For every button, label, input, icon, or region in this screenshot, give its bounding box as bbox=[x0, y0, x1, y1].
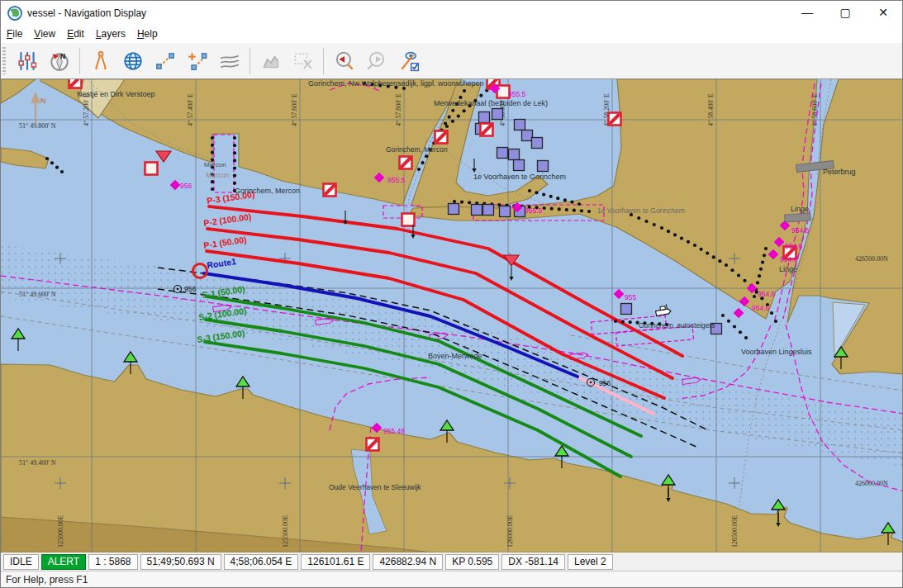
chart-label: Nestjé en Dirk Verstoep bbox=[77, 90, 155, 98]
profile-chart-button[interactable] bbox=[254, 46, 287, 76]
zoom-next-button[interactable] bbox=[360, 46, 392, 76]
pile-dot bbox=[753, 295, 756, 298]
lock-symbol bbox=[785, 213, 811, 222]
pile-dot bbox=[737, 273, 740, 277]
status-field-9: Level 2 bbox=[568, 554, 613, 570]
chart-label: 954.6 bbox=[791, 226, 810, 235]
chart-label: Gorinchem, autosteigers bbox=[639, 321, 715, 330]
measure-line-icon bbox=[154, 50, 176, 72]
pile-dot bbox=[733, 325, 736, 328]
meridian-label: 4° 57.400' E bbox=[187, 93, 194, 126]
menu-file[interactable]: File bbox=[1, 26, 28, 41]
pile-dot bbox=[693, 244, 696, 247]
display-settings-button[interactable] bbox=[11, 46, 43, 76]
minimize-button[interactable]: — bbox=[788, 1, 826, 25]
add-measure-button[interactable] bbox=[181, 46, 213, 76]
menu-bar: FileViewEditLayersHelp bbox=[1, 25, 902, 43]
berth-square-symbol bbox=[509, 149, 520, 160]
pile-dot bbox=[233, 144, 236, 147]
status-field-6: 426882.94 N bbox=[373, 554, 443, 570]
chart-label: Oude Veerhaven te Sleeuwijk bbox=[329, 483, 421, 491]
measure-line-button[interactable] bbox=[149, 46, 181, 76]
pile-dot bbox=[718, 259, 721, 263]
pile-dot bbox=[563, 198, 567, 202]
pile-dot bbox=[549, 195, 553, 198]
pile-dot bbox=[739, 330, 742, 334]
chart-label: Gorinchem, Nw Wolpherensedijk, ligpl. wo… bbox=[308, 79, 483, 88]
pile-dot bbox=[55, 166, 59, 169]
chart-label: 1e Voorhaven te Gorinchem bbox=[597, 206, 685, 215]
status-field-3: 51;49;50.693 N bbox=[140, 554, 221, 570]
notice-mark-symbol bbox=[435, 131, 448, 144]
pile-dot bbox=[445, 125, 449, 128]
chart-label: 1e Voorhaven te Gorinchem bbox=[473, 173, 566, 181]
notice-mark-symbol bbox=[402, 214, 415, 226]
menu-layers[interactable]: Layers bbox=[90, 26, 131, 41]
compass-north-button[interactable]: N bbox=[43, 46, 75, 76]
northing-label: 426500.00N bbox=[855, 255, 888, 263]
pile-dot bbox=[673, 233, 677, 236]
pile-dot bbox=[573, 209, 576, 212]
chart-label: 954.6 bbox=[758, 290, 776, 298]
help-bar: For Help, press F1 bbox=[1, 571, 902, 588]
pile-dot bbox=[761, 260, 764, 263]
toolbar-gripper[interactable] bbox=[2, 47, 6, 74]
pile-dot bbox=[451, 120, 454, 123]
pile-dot bbox=[725, 263, 728, 267]
dividers-button[interactable] bbox=[84, 46, 116, 76]
notice-mark-symbol bbox=[324, 184, 336, 197]
menu-help[interactable]: Help bbox=[131, 26, 164, 41]
pile-dot bbox=[706, 252, 709, 255]
zoom-previous-button[interactable] bbox=[328, 46, 360, 76]
status-field-5: 126101.61 E bbox=[301, 554, 370, 570]
meridian-label: 4° 57.200' E bbox=[83, 93, 90, 126]
pile-dot bbox=[233, 166, 236, 169]
edit-visibility-button[interactable] bbox=[392, 46, 425, 76]
pile-dot bbox=[660, 226, 663, 230]
pile-dot bbox=[417, 168, 421, 171]
pile-dot bbox=[528, 189, 531, 192]
pile-dot bbox=[580, 209, 583, 212]
menu-view[interactable]: View bbox=[28, 26, 61, 41]
pile-dot bbox=[425, 154, 428, 158]
pile-dot bbox=[463, 109, 466, 112]
pile-dot bbox=[211, 136, 214, 140]
globe-button[interactable] bbox=[116, 46, 149, 76]
maximize-button[interactable]: ▢ bbox=[826, 1, 864, 25]
pile-dot bbox=[60, 170, 64, 173]
pile-dot bbox=[759, 268, 763, 271]
status-bar: IDLEALERT1 : 586851;49;50.693 N4;58;06.0… bbox=[1, 552, 902, 571]
chart-map[interactable]: 4° 57.200' E4° 57.400' E4° 57.600' E4° 5… bbox=[1, 79, 902, 552]
berth-square-symbol bbox=[472, 205, 482, 216]
window-title: vessel - Navigation Display bbox=[27, 7, 146, 19]
chart-label: 954.6 bbox=[780, 255, 798, 263]
pile-dot bbox=[233, 174, 236, 178]
chart-label: 956 bbox=[180, 182, 192, 190]
chart-label: Gorinchem, Mercon bbox=[235, 187, 300, 195]
chart-label: Linge bbox=[779, 265, 797, 273]
close-button[interactable]: ✕ bbox=[864, 1, 902, 25]
meridian-label: 4° 57.800' E bbox=[395, 93, 402, 126]
menu-edit[interactable]: Edit bbox=[61, 26, 90, 41]
north-letter: N bbox=[40, 97, 46, 105]
zoom-previous-icon bbox=[334, 50, 355, 72]
pile-dot bbox=[758, 274, 761, 277]
nautical-chart[interactable]: 4° 57.200' E4° 57.400' E4° 57.600' E4° 5… bbox=[1, 79, 903, 552]
status-field-2: 1 : 5868 bbox=[88, 554, 137, 570]
title-bar: vessel - Navigation Display —▢✕ bbox=[1, 1, 902, 25]
contour-lines-button[interactable] bbox=[213, 46, 245, 76]
status-field-4: 4;58;06.054 E bbox=[224, 554, 299, 570]
berth-square-symbol bbox=[522, 130, 533, 141]
status-field-7: KP 0.595 bbox=[445, 554, 499, 570]
meridian-label: 4° 58.400' E bbox=[707, 93, 715, 126]
toolbar-separator bbox=[79, 48, 80, 74]
pile-dot bbox=[479, 94, 482, 97]
pile-dot bbox=[764, 247, 768, 250]
pile-dot bbox=[543, 206, 546, 210]
pile-dot bbox=[421, 161, 424, 164]
status-field-8: DX -581.14 bbox=[501, 554, 565, 570]
edit-visibility-icon bbox=[398, 50, 420, 72]
clear-selection-button[interactable] bbox=[287, 46, 319, 76]
chart-label: 955.5 bbox=[525, 206, 543, 215]
svg-text:N: N bbox=[60, 51, 65, 59]
